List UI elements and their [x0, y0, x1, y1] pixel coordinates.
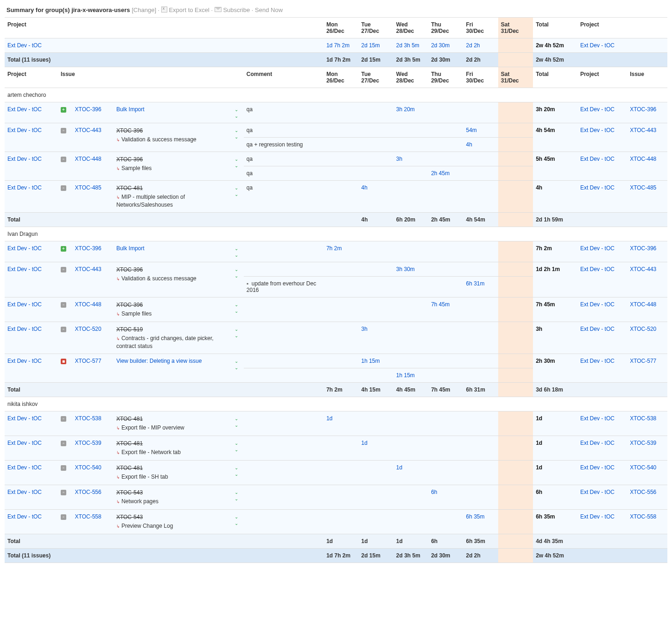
project-link-r[interactable]: Ext Dev - tOC [577, 262, 627, 297]
issue-key[interactable]: XTOC-556 [72, 485, 114, 510]
project-link[interactable]: Ext Dev - tOC [5, 510, 58, 534]
issue-key[interactable]: XTOC-396 [72, 241, 114, 262]
expand-icon[interactable]: ⌄⌄ [232, 181, 244, 213]
issue-key-r[interactable]: XTOC-396 [627, 241, 667, 262]
project-link[interactable]: Ext Dev - tOC [5, 152, 58, 181]
project-link[interactable]: Ext Dev - tOC [5, 354, 58, 383]
subscribe-link[interactable]: Subscribe [223, 6, 250, 13]
issue-key-r[interactable]: XTOC-443 [627, 262, 667, 297]
issue-key[interactable]: XTOC-485 [72, 181, 114, 213]
issue-key-r[interactable]: XTOC-577 [627, 354, 667, 383]
worklog-link[interactable]: 1d [323, 411, 358, 436]
project-link[interactable]: Ext Dev - tOC [5, 262, 58, 297]
issue-key[interactable]: XTOC-443 [72, 123, 114, 152]
worklog-link[interactable]: 4h [463, 138, 498, 152]
project-link-r[interactable]: Ext Dev - tOC [577, 297, 627, 322]
project-link[interactable]: Ext Dev - tOC [5, 102, 58, 123]
issue-key[interactable]: XTOC-443 [72, 262, 114, 297]
issue-title: XTOC-543 ↳Network pages [114, 485, 232, 510]
expand-icon[interactable]: ⌄⌄ [232, 485, 244, 510]
project-link-r[interactable]: Ext Dev - tOC [577, 510, 627, 534]
project-link[interactable]: Ext Dev - tOC [5, 485, 58, 510]
project-link-r[interactable]: Ext Dev - tOC [577, 102, 627, 123]
project-link[interactable]: Ext Dev - tOC [5, 322, 58, 354]
project-link-r[interactable]: Ext Dev - tOC [577, 354, 627, 383]
worklog-link[interactable]: 7h 2m [323, 241, 358, 262]
issue-key-r[interactable]: XTOC-538 [627, 411, 667, 436]
issue-key-r[interactable]: XTOC-485 [627, 181, 667, 213]
change-link[interactable]: Change [133, 6, 155, 13]
project-link[interactable]: Ext Dev - tOC [5, 411, 58, 436]
expand-icon[interactable]: ⌄⌄ [232, 262, 244, 297]
project-link-r[interactable]: Ext Dev - tOC [577, 411, 627, 436]
project-link-r[interactable]: Ext Dev - tOC [577, 241, 627, 262]
project-link-r[interactable]: Ext Dev - tOC [577, 485, 627, 510]
issue-key-r[interactable]: XTOC-443 [627, 123, 667, 152]
issue-title[interactable]: Bulk Import [114, 241, 232, 262]
issue-title[interactable]: View builder: Deleting a view issue [114, 354, 232, 383]
worklog-link[interactable]: 6h [428, 485, 463, 510]
worklog-link[interactable]: 6h 31m [463, 277, 498, 297]
worklog-link[interactable]: 6h 35m [463, 510, 498, 534]
issue-key[interactable]: XTOC-539 [72, 436, 114, 461]
issue-key-r[interactable]: XTOC-448 [627, 297, 667, 322]
issue-key[interactable]: XTOC-538 [72, 411, 114, 436]
project-link[interactable]: Ext Dev - tOC [5, 38, 323, 53]
expand-icon[interactable]: ⌄⌄ [232, 436, 244, 461]
expand-icon[interactable]: ⌄⌄ [232, 461, 244, 485]
col-issue: Issue [58, 67, 244, 88]
project-link-r[interactable]: Ext Dev - tOC [577, 181, 627, 213]
worklog-link[interactable]: 1d [393, 461, 428, 485]
project-link-r[interactable]: Ext Dev - tOC [577, 461, 627, 485]
worklog-link[interactable]: 3h [393, 152, 428, 166]
issue-key-r[interactable]: XTOC-520 [627, 322, 667, 354]
issue-key-r[interactable]: XTOC-396 [627, 102, 667, 123]
issue-key-r[interactable]: XTOC-540 [627, 461, 667, 485]
user-section-ivan: Ivan Dragun [5, 227, 667, 241]
worklog-link[interactable]: 1h 15m [358, 354, 393, 368]
project-link[interactable]: Ext Dev - tOC [5, 241, 58, 262]
worklog-link[interactable]: 3h 20m [393, 102, 428, 123]
project-link[interactable]: Ext Dev - tOC [5, 123, 58, 152]
project-link-r[interactable]: Ext Dev - tOC [577, 38, 667, 53]
expand-icon[interactable]: ⌄⌄ [232, 152, 244, 181]
worklog-link[interactable]: 4h [358, 181, 393, 213]
project-link-r[interactable]: Ext Dev - tOC [577, 436, 627, 461]
project-link-r[interactable]: Ext Dev - tOC [577, 322, 627, 354]
issue-key-r[interactable]: XTOC-556 [627, 485, 667, 510]
issue-key[interactable]: XTOC-520 [72, 322, 114, 354]
issue-key[interactable]: XTOC-396 [72, 102, 114, 123]
project-link[interactable]: Ext Dev - tOC [5, 436, 58, 461]
expand-icon[interactable]: ⌄⌄ [232, 510, 244, 534]
expand-icon[interactable]: ⌄⌄ [232, 102, 244, 123]
worklog-link[interactable]: 1d [358, 436, 393, 461]
worklog-link[interactable]: 7h 45m [428, 297, 463, 322]
send-now-link[interactable]: Send Now [255, 6, 283, 13]
issue-key[interactable]: XTOC-540 [72, 461, 114, 485]
expand-icon[interactable]: ⌄⌄ [232, 241, 244, 262]
project-link-r[interactable]: Ext Dev - tOC [577, 152, 627, 181]
worklog-link[interactable]: 3h [358, 322, 393, 354]
issue-key-r[interactable]: XTOC-448 [627, 152, 667, 181]
issue-key[interactable]: XTOC-558 [72, 510, 114, 534]
expand-icon[interactable]: ⌄⌄ [232, 297, 244, 322]
project-link[interactable]: Ext Dev - tOC [5, 297, 58, 322]
worklog-link[interactable]: 3h 30m [393, 262, 428, 277]
issue-key[interactable]: XTOC-448 [72, 297, 114, 322]
expand-icon[interactable]: ⌄⌄ [232, 322, 244, 354]
issue-key-r[interactable]: XTOC-558 [627, 510, 667, 534]
export-excel-link[interactable]: Export to Excel [169, 6, 209, 13]
issue-key[interactable]: XTOC-577 [72, 354, 114, 383]
expand-icon[interactable]: ⌄⌄ [232, 123, 244, 152]
worklog-link[interactable]: 1h 15m [393, 368, 428, 383]
issue-key-r[interactable]: XTOC-539 [627, 436, 667, 461]
issue-title[interactable]: Bulk Import [114, 102, 232, 123]
issue-key[interactable]: XTOC-448 [72, 152, 114, 181]
worklog-link[interactable]: 2h 45m [428, 166, 463, 181]
project-link-r[interactable]: Ext Dev - tOC [577, 123, 627, 152]
project-link[interactable]: Ext Dev - tOC [5, 181, 58, 213]
expand-icon[interactable]: ⌄⌄ [232, 354, 244, 383]
expand-icon[interactable]: ⌄⌄ [232, 411, 244, 436]
project-link[interactable]: Ext Dev - tOC [5, 461, 58, 485]
worklog-link[interactable]: 54m [463, 123, 498, 138]
